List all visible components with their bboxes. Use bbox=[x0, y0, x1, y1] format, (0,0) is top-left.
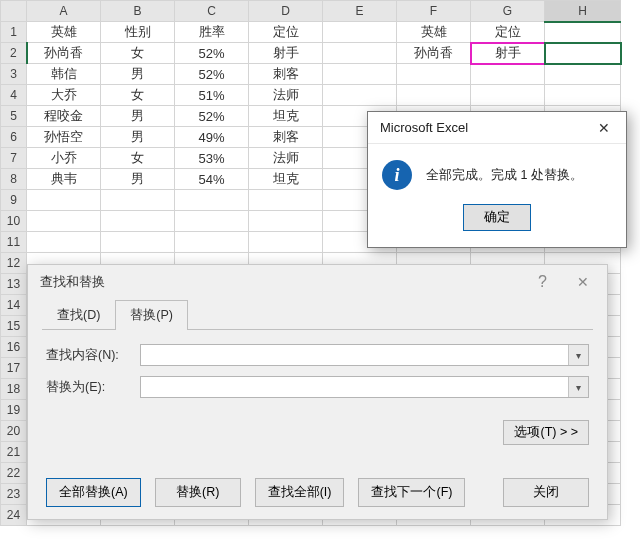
row-header-21[interactable]: 21 bbox=[1, 442, 27, 463]
cell-C1[interactable]: 胜率 bbox=[175, 22, 249, 43]
cell-D6[interactable]: 刺客 bbox=[249, 127, 323, 148]
cell-B11[interactable] bbox=[101, 232, 175, 253]
cell-C8[interactable]: 54% bbox=[175, 169, 249, 190]
cell-A4[interactable]: 大乔 bbox=[27, 85, 101, 106]
cell-C10[interactable] bbox=[175, 211, 249, 232]
cell-F3[interactable] bbox=[397, 64, 471, 85]
find-next-button[interactable]: 查找下一个(F) bbox=[358, 478, 465, 507]
cell-C3[interactable]: 52% bbox=[175, 64, 249, 85]
cell-E2[interactable] bbox=[323, 43, 397, 64]
tab-find[interactable]: 查找(D) bbox=[42, 300, 115, 330]
help-icon[interactable]: ? bbox=[528, 269, 557, 295]
cell-E1[interactable] bbox=[323, 22, 397, 43]
cell-C2[interactable]: 52% bbox=[175, 43, 249, 64]
cell-D4[interactable]: 法师 bbox=[249, 85, 323, 106]
cell-B10[interactable] bbox=[101, 211, 175, 232]
cell-B6[interactable]: 男 bbox=[101, 127, 175, 148]
select-all-corner[interactable] bbox=[1, 1, 27, 22]
cell-D11[interactable] bbox=[249, 232, 323, 253]
replace-with-combo[interactable]: ▾ bbox=[140, 376, 589, 398]
cell-B8[interactable]: 男 bbox=[101, 169, 175, 190]
cell-A3[interactable]: 韩信 bbox=[27, 64, 101, 85]
row-header-23[interactable]: 23 bbox=[1, 484, 27, 505]
cell-B3[interactable]: 男 bbox=[101, 64, 175, 85]
row-header-11[interactable]: 11 bbox=[1, 232, 27, 253]
ok-button[interactable]: 确定 bbox=[463, 204, 531, 231]
cell-H4[interactable] bbox=[545, 85, 621, 106]
cell-E3[interactable] bbox=[323, 64, 397, 85]
cell-G4[interactable] bbox=[471, 85, 545, 106]
cell-B4[interactable]: 女 bbox=[101, 85, 175, 106]
cell-D7[interactable]: 法师 bbox=[249, 148, 323, 169]
cell-D9[interactable] bbox=[249, 190, 323, 211]
find-what-combo[interactable]: ▾ bbox=[140, 344, 589, 366]
row-header-5[interactable]: 5 bbox=[1, 106, 27, 127]
cell-F4[interactable] bbox=[397, 85, 471, 106]
row-header-15[interactable]: 15 bbox=[1, 316, 27, 337]
cell-D8[interactable]: 坦克 bbox=[249, 169, 323, 190]
close-icon[interactable]: ✕ bbox=[565, 270, 601, 294]
row-header-3[interactable]: 3 bbox=[1, 64, 27, 85]
cell-A6[interactable]: 孙悟空 bbox=[27, 127, 101, 148]
row-header-12[interactable]: 12 bbox=[1, 253, 27, 274]
row-header-1[interactable]: 1 bbox=[1, 22, 27, 43]
row-header-10[interactable]: 10 bbox=[1, 211, 27, 232]
row-header-6[interactable]: 6 bbox=[1, 127, 27, 148]
cell-A2[interactable]: 孙尚香 bbox=[27, 43, 101, 64]
cell-A1[interactable]: 英雄 bbox=[27, 22, 101, 43]
cell-C6[interactable]: 49% bbox=[175, 127, 249, 148]
row-header-18[interactable]: 18 bbox=[1, 379, 27, 400]
cell-B1[interactable]: 性别 bbox=[101, 22, 175, 43]
cell-A8[interactable]: 典韦 bbox=[27, 169, 101, 190]
column-header-C[interactable]: C bbox=[175, 1, 249, 22]
cell-H2[interactable] bbox=[545, 43, 621, 64]
cell-D1[interactable]: 定位 bbox=[249, 22, 323, 43]
row-header-16[interactable]: 16 bbox=[1, 337, 27, 358]
cell-A7[interactable]: 小乔 bbox=[27, 148, 101, 169]
cell-H1[interactable] bbox=[545, 22, 621, 43]
cell-C4[interactable]: 51% bbox=[175, 85, 249, 106]
chevron-down-icon[interactable]: ▾ bbox=[568, 345, 588, 365]
cell-A11[interactable] bbox=[27, 232, 101, 253]
find-what-input[interactable] bbox=[141, 345, 568, 365]
cell-C11[interactable] bbox=[175, 232, 249, 253]
cell-C5[interactable]: 52% bbox=[175, 106, 249, 127]
row-header-20[interactable]: 20 bbox=[1, 421, 27, 442]
row-header-13[interactable]: 13 bbox=[1, 274, 27, 295]
column-header-D[interactable]: D bbox=[249, 1, 323, 22]
row-header-9[interactable]: 9 bbox=[1, 190, 27, 211]
row-header-4[interactable]: 4 bbox=[1, 85, 27, 106]
column-header-E[interactable]: E bbox=[323, 1, 397, 22]
cell-B5[interactable]: 男 bbox=[101, 106, 175, 127]
replace-all-button[interactable]: 全部替换(A) bbox=[46, 478, 141, 507]
cell-B7[interactable]: 女 bbox=[101, 148, 175, 169]
replace-button[interactable]: 替换(R) bbox=[155, 478, 241, 507]
cell-H3[interactable] bbox=[545, 64, 621, 85]
cell-G2[interactable]: 射手 bbox=[471, 43, 545, 64]
row-header-19[interactable]: 19 bbox=[1, 400, 27, 421]
column-header-G[interactable]: G bbox=[471, 1, 545, 22]
cell-C7[interactable]: 53% bbox=[175, 148, 249, 169]
cell-G1[interactable]: 定位 bbox=[471, 22, 545, 43]
cell-B2[interactable]: 女 bbox=[101, 43, 175, 64]
column-header-B[interactable]: B bbox=[101, 1, 175, 22]
row-header-8[interactable]: 8 bbox=[1, 169, 27, 190]
chevron-down-icon[interactable]: ▾ bbox=[568, 377, 588, 397]
cell-C9[interactable] bbox=[175, 190, 249, 211]
row-header-7[interactable]: 7 bbox=[1, 148, 27, 169]
tab-replace[interactable]: 替换(P) bbox=[115, 300, 188, 330]
options-button[interactable]: 选项(T) > > bbox=[503, 420, 589, 445]
cell-D3[interactable]: 刺客 bbox=[249, 64, 323, 85]
row-header-14[interactable]: 14 bbox=[1, 295, 27, 316]
cell-A5[interactable]: 程咬金 bbox=[27, 106, 101, 127]
cell-D2[interactable]: 射手 bbox=[249, 43, 323, 64]
find-all-button[interactable]: 查找全部(I) bbox=[255, 478, 345, 507]
close-button[interactable]: 关闭 bbox=[503, 478, 589, 507]
cell-B9[interactable] bbox=[101, 190, 175, 211]
row-header-22[interactable]: 22 bbox=[1, 463, 27, 484]
cell-A9[interactable] bbox=[27, 190, 101, 211]
column-header-F[interactable]: F bbox=[397, 1, 471, 22]
cell-A10[interactable] bbox=[27, 211, 101, 232]
cell-G3[interactable] bbox=[471, 64, 545, 85]
cell-E4[interactable] bbox=[323, 85, 397, 106]
